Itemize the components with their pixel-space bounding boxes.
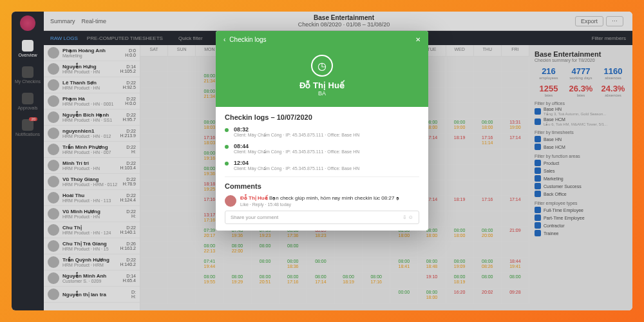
modal-title: Checkin logs xyxy=(229,36,266,43)
attach-icon[interactable]: ⇩ ☺ xyxy=(402,214,413,220)
comment-text: Bạn check giúp mình, hôm nay mình checki… xyxy=(269,195,399,201)
checkin-log: 12:04Client: Máy Chấm Công · IP: 45.345.… xyxy=(225,160,419,171)
app-root: Overview My Checkins Approvals 20Notific… xyxy=(12,12,632,310)
modal-user-role: BA xyxy=(216,90,428,97)
close-icon[interactable]: ✕ xyxy=(415,36,421,43)
comments-header: Comments xyxy=(225,182,419,190)
checkin-log: 08:32Client: Máy Chấm Công · IP: 45.345.… xyxy=(225,126,419,138)
modal-user-name: Đỗ Thị Huế xyxy=(216,80,428,90)
comment: Đỗ Thị Huế Bạn check giúp mình, hôm nay … xyxy=(225,195,419,207)
comment-input[interactable]: Share your comment⇩ ☺ xyxy=(225,211,419,224)
avatar xyxy=(225,195,236,207)
comment-meta: Like · Reply · 15:48 today xyxy=(240,202,399,207)
checkin-modal: ‹ Checkin logs ✕ ◷ Đỗ Thị Huế BA Checkin… xyxy=(216,31,428,231)
comment-user: Đỗ Thị Huế xyxy=(240,195,268,201)
checkin-log: 08:44Client: Máy Chấm Công · IP: 45.345.… xyxy=(225,143,419,155)
clock-hero-icon: ◷ xyxy=(311,55,333,77)
modal-subhead: Checkin logs – 10/07/2020 xyxy=(225,113,419,121)
back-icon[interactable]: ‹ xyxy=(223,36,225,43)
